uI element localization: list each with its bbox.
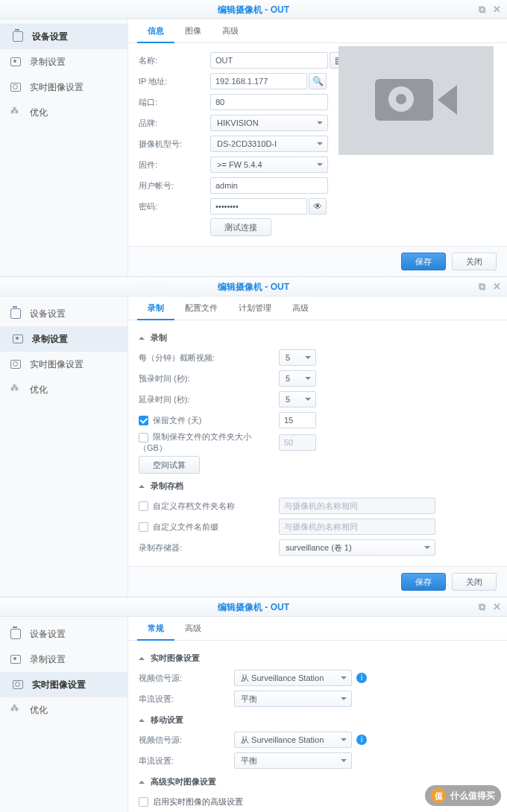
sidebar-item-optimize[interactable]: 优化	[0, 697, 127, 723]
close-icon[interactable]: ✕	[493, 277, 501, 296]
sidebar-item-live[interactable]: 实时图像设置	[0, 672, 127, 697]
firmware-select[interactable]: >= FW 5.4.4	[210, 156, 328, 173]
tab-schedule[interactable]: 计划管理	[228, 296, 282, 320]
truncate-select[interactable]: 5	[279, 349, 316, 366]
live-icon	[10, 359, 22, 369]
eye-icon[interactable]: 👁	[309, 198, 327, 215]
tab-profile[interactable]: 配置文件	[174, 296, 228, 320]
custom-prefix-checkbox[interactable]	[139, 522, 148, 532]
camera-icon	[375, 74, 457, 127]
sidebar-item-live[interactable]: 实时图像设置	[0, 352, 127, 377]
model-label: 摄像机型号:	[139, 139, 210, 150]
space-calc-button[interactable]: 空间试算	[139, 456, 200, 474]
sidebar-item-record[interactable]: 录制设置	[0, 49, 127, 74]
tab-record[interactable]: 录制	[137, 296, 174, 320]
custom-folder-checkbox[interactable]	[139, 501, 148, 511]
keep-checkbox[interactable]	[139, 416, 148, 425]
content-live: 常规 高级 实时图像设置 视频信号源:从 Surveillance Statio…	[128, 617, 507, 812]
sidebar: 设备设置 录制设置 实时图像设置 优化	[0, 296, 128, 597]
user-input[interactable]: admin	[210, 177, 328, 194]
sidebar: 设备设置 录制设置 实时图像设置 优化	[0, 19, 128, 276]
source-select[interactable]: 从 Surveillance Station	[234, 670, 352, 686]
tab-advanced[interactable]: 高级	[174, 617, 212, 640]
enable-adv-checkbox[interactable]	[139, 797, 148, 807]
gear-icon	[13, 31, 25, 42]
record-icon	[10, 57, 22, 67]
section-mobile[interactable]: 移动设置	[139, 710, 497, 730]
tabs: 常规 高级	[128, 617, 507, 641]
save-button[interactable]: 保存	[401, 253, 446, 270]
truncate-label: 每（分钟）截断视频:	[139, 352, 279, 364]
stream-select[interactable]: 平衡	[234, 691, 352, 707]
sidebar-item-record[interactable]: 录制设置	[0, 647, 127, 672]
source-label: 视频信号源:	[139, 673, 234, 684]
sidebar-item-record[interactable]: 录制设置	[0, 326, 127, 352]
chevron-down-icon	[139, 778, 145, 784]
sidebar-item-live[interactable]: 实时图像设置	[0, 74, 127, 100]
footer: 保存 关闭	[128, 566, 507, 597]
sidebar-item-device[interactable]: 设备设置	[0, 301, 127, 326]
optimize-icon	[10, 107, 22, 118]
tabs: 录制 配置文件 计划管理 高级	[128, 296, 507, 320]
pass-label: 密码:	[139, 201, 210, 212]
sidebar-item-device[interactable]: 设备设置	[0, 24, 127, 49]
record-icon	[13, 334, 25, 344]
info-icon[interactable]: i	[356, 673, 367, 683]
window-live-settings: 编辑摄像机 - OUT ⧉✕ 设备设置 录制设置 实时图像设置 优化 常规 高级…	[0, 597, 507, 812]
mobile-stream-select[interactable]: 平衡	[234, 752, 352, 769]
mobile-source-select[interactable]: 从 Surveillance Station	[234, 732, 352, 748]
save-button[interactable]: 保存	[401, 573, 446, 591]
restore-icon[interactable]: ⧉	[479, 0, 485, 19]
titlebar: 编辑摄像机 - OUT ⧉ ✕	[0, 0, 507, 19]
sidebar: 设备设置 录制设置 实时图像设置 优化	[0, 617, 128, 812]
tab-info[interactable]: 信息	[137, 19, 174, 42]
content-device: 信息 图像 高级 名称: OUT▤ IP 地址: 192.168.1.177🔍 …	[128, 19, 507, 276]
ip-input[interactable]: 192.168.1.177	[210, 73, 307, 89]
restore-icon[interactable]: ⧉	[479, 597, 485, 617]
titlebar: 编辑摄像机 - OUT ⧉✕	[0, 277, 507, 296]
storage-select[interactable]: surveillance (卷 1)	[279, 539, 435, 556]
watermark-icon: 值	[431, 788, 446, 803]
section-archive[interactable]: 录制存档	[139, 476, 497, 496]
keep-label: 保留文件 (天)	[153, 416, 201, 425]
footer: 保存 关闭	[128, 246, 507, 276]
firmware-label: 固件:	[139, 159, 210, 171]
sidebar-item-optimize[interactable]: 优化	[0, 100, 127, 125]
tab-image[interactable]: 图像	[174, 19, 212, 42]
chevron-down-icon	[139, 482, 145, 488]
tab-advanced[interactable]: 高级	[212, 19, 249, 42]
postrec-select[interactable]: 5	[279, 391, 316, 407]
pass-input[interactable]: ••••••••	[210, 198, 307, 215]
test-connection-button[interactable]: 测试连接	[210, 218, 271, 236]
brand-select[interactable]: HIKVISION	[210, 115, 328, 131]
close-button[interactable]: 关闭	[452, 253, 497, 270]
model-select[interactable]: DS-2CD3310D-I	[210, 136, 328, 152]
stream-label: 串流设置:	[139, 694, 234, 705]
user-label: 用户帐号:	[139, 180, 210, 191]
keep-input[interactable]: 15	[279, 412, 316, 428]
storage-label: 录制存储器:	[139, 542, 279, 554]
sidebar-item-device[interactable]: 设备设置	[0, 621, 127, 647]
close-icon[interactable]: ✕	[493, 0, 501, 19]
titlebar: 编辑摄像机 - OUT ⧉✕	[0, 597, 507, 617]
custom-prefix-label: 自定义文件名前缀	[153, 522, 218, 531]
close-button[interactable]: 关闭	[452, 573, 497, 591]
custom-folder-input: 与摄像机的名称相同	[279, 498, 435, 514]
restore-icon[interactable]: ⧉	[479, 277, 485, 296]
postrec-label: 延录时间 (秒):	[139, 394, 279, 405]
section-record[interactable]: 录制	[139, 328, 497, 348]
section-live[interactable]: 实时图像设置	[139, 648, 497, 668]
brand-label: 品牌:	[139, 118, 210, 129]
name-input[interactable]: OUT	[210, 52, 328, 69]
window-title: 编辑摄像机 - OUT	[218, 602, 289, 612]
limit-checkbox[interactable]	[139, 433, 148, 443]
gear-icon	[10, 629, 22, 639]
close-icon[interactable]: ✕	[493, 597, 501, 617]
prerec-select[interactable]: 5	[279, 370, 316, 387]
info-icon[interactable]: i	[356, 735, 367, 745]
port-input[interactable]: 80	[210, 94, 328, 110]
sidebar-item-optimize[interactable]: 优化	[0, 377, 127, 402]
tab-general[interactable]: 常规	[137, 617, 174, 640]
search-icon[interactable]: 🔍	[309, 73, 327, 89]
tab-advanced[interactable]: 高级	[282, 296, 319, 320]
